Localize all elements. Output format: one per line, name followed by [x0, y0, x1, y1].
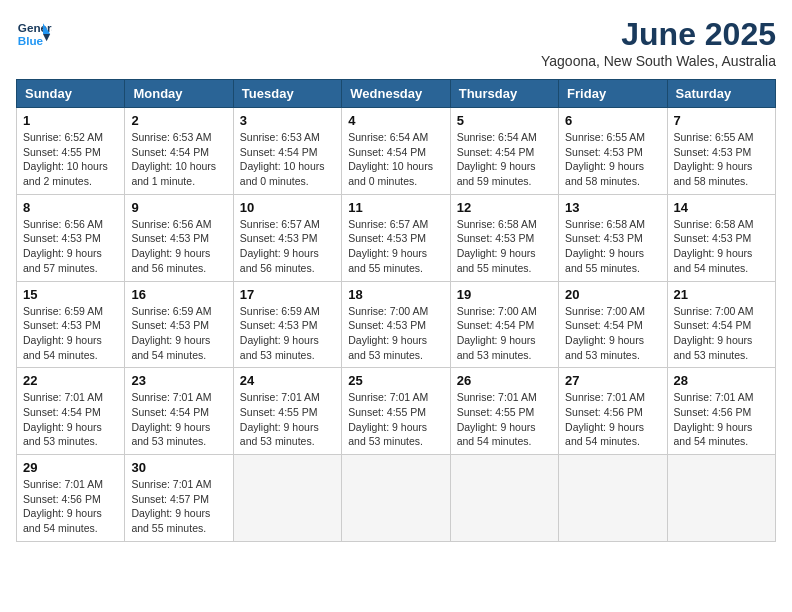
day-number: 25	[348, 373, 443, 388]
calendar-cell: 28Sunrise: 7:01 AM Sunset: 4:56 PM Dayli…	[667, 368, 775, 455]
day-number: 26	[457, 373, 552, 388]
day-number: 9	[131, 200, 226, 215]
calendar-cell: 11Sunrise: 6:57 AM Sunset: 4:53 PM Dayli…	[342, 194, 450, 281]
day-number: 12	[457, 200, 552, 215]
day-number: 6	[565, 113, 660, 128]
day-info: Sunrise: 6:55 AM Sunset: 4:53 PM Dayligh…	[565, 130, 660, 189]
day-number: 4	[348, 113, 443, 128]
day-number: 22	[23, 373, 118, 388]
day-info: Sunrise: 7:01 AM Sunset: 4:55 PM Dayligh…	[240, 390, 335, 449]
day-info: Sunrise: 6:54 AM Sunset: 4:54 PM Dayligh…	[457, 130, 552, 189]
header: General Blue June 2025 Yagoona, New Sout…	[16, 16, 776, 69]
day-info: Sunrise: 6:52 AM Sunset: 4:55 PM Dayligh…	[23, 130, 118, 189]
day-info: Sunrise: 7:01 AM Sunset: 4:56 PM Dayligh…	[674, 390, 769, 449]
title-area: June 2025 Yagoona, New South Wales, Aust…	[541, 16, 776, 69]
day-info: Sunrise: 6:56 AM Sunset: 4:53 PM Dayligh…	[23, 217, 118, 276]
calendar-cell: 17Sunrise: 6:59 AM Sunset: 4:53 PM Dayli…	[233, 281, 341, 368]
calendar-cell: 27Sunrise: 7:01 AM Sunset: 4:56 PM Dayli…	[559, 368, 667, 455]
calendar-cell	[342, 455, 450, 542]
day-number: 18	[348, 287, 443, 302]
svg-text:Blue: Blue	[18, 34, 44, 47]
calendar-cell: 10Sunrise: 6:57 AM Sunset: 4:53 PM Dayli…	[233, 194, 341, 281]
day-number: 17	[240, 287, 335, 302]
day-number: 19	[457, 287, 552, 302]
calendar-cell: 12Sunrise: 6:58 AM Sunset: 4:53 PM Dayli…	[450, 194, 558, 281]
day-info: Sunrise: 7:01 AM Sunset: 4:55 PM Dayligh…	[348, 390, 443, 449]
day-info: Sunrise: 7:01 AM Sunset: 4:57 PM Dayligh…	[131, 477, 226, 536]
day-number: 23	[131, 373, 226, 388]
calendar-week-row: 1Sunrise: 6:52 AM Sunset: 4:55 PM Daylig…	[17, 108, 776, 195]
subtitle: Yagoona, New South Wales, Australia	[541, 53, 776, 69]
day-info: Sunrise: 7:00 AM Sunset: 4:53 PM Dayligh…	[348, 304, 443, 363]
calendar-cell: 29Sunrise: 7:01 AM Sunset: 4:56 PM Dayli…	[17, 455, 125, 542]
logo-icon: General Blue	[16, 16, 52, 52]
calendar-week-row: 22Sunrise: 7:01 AM Sunset: 4:54 PM Dayli…	[17, 368, 776, 455]
day-number: 21	[674, 287, 769, 302]
day-info: Sunrise: 6:53 AM Sunset: 4:54 PM Dayligh…	[131, 130, 226, 189]
calendar-cell: 3Sunrise: 6:53 AM Sunset: 4:54 PM Daylig…	[233, 108, 341, 195]
day-number: 10	[240, 200, 335, 215]
calendar-cell: 22Sunrise: 7:01 AM Sunset: 4:54 PM Dayli…	[17, 368, 125, 455]
day-number: 29	[23, 460, 118, 475]
day-number: 20	[565, 287, 660, 302]
calendar-header-row: SundayMondayTuesdayWednesdayThursdayFrid…	[17, 80, 776, 108]
col-header-monday: Monday	[125, 80, 233, 108]
calendar-cell: 23Sunrise: 7:01 AM Sunset: 4:54 PM Dayli…	[125, 368, 233, 455]
calendar-cell: 5Sunrise: 6:54 AM Sunset: 4:54 PM Daylig…	[450, 108, 558, 195]
day-info: Sunrise: 7:01 AM Sunset: 4:56 PM Dayligh…	[23, 477, 118, 536]
day-info: Sunrise: 7:00 AM Sunset: 4:54 PM Dayligh…	[674, 304, 769, 363]
calendar-cell: 14Sunrise: 6:58 AM Sunset: 4:53 PM Dayli…	[667, 194, 775, 281]
main-title: June 2025	[541, 16, 776, 53]
calendar-cell: 21Sunrise: 7:00 AM Sunset: 4:54 PM Dayli…	[667, 281, 775, 368]
day-number: 7	[674, 113, 769, 128]
day-number: 1	[23, 113, 118, 128]
calendar-cell: 2Sunrise: 6:53 AM Sunset: 4:54 PM Daylig…	[125, 108, 233, 195]
calendar-cell: 26Sunrise: 7:01 AM Sunset: 4:55 PM Dayli…	[450, 368, 558, 455]
day-number: 30	[131, 460, 226, 475]
day-info: Sunrise: 7:01 AM Sunset: 4:56 PM Dayligh…	[565, 390, 660, 449]
calendar-week-row: 8Sunrise: 6:56 AM Sunset: 4:53 PM Daylig…	[17, 194, 776, 281]
calendar-cell	[559, 455, 667, 542]
col-header-tuesday: Tuesday	[233, 80, 341, 108]
calendar-week-row: 29Sunrise: 7:01 AM Sunset: 4:56 PM Dayli…	[17, 455, 776, 542]
logo: General Blue	[16, 16, 52, 52]
calendar-cell: 6Sunrise: 6:55 AM Sunset: 4:53 PM Daylig…	[559, 108, 667, 195]
calendar-cell: 4Sunrise: 6:54 AM Sunset: 4:54 PM Daylig…	[342, 108, 450, 195]
calendar-cell	[667, 455, 775, 542]
day-info: Sunrise: 6:57 AM Sunset: 4:53 PM Dayligh…	[348, 217, 443, 276]
col-header-wednesday: Wednesday	[342, 80, 450, 108]
svg-marker-3	[43, 34, 50, 41]
calendar-cell: 1Sunrise: 6:52 AM Sunset: 4:55 PM Daylig…	[17, 108, 125, 195]
day-info: Sunrise: 6:58 AM Sunset: 4:53 PM Dayligh…	[457, 217, 552, 276]
day-info: Sunrise: 7:01 AM Sunset: 4:54 PM Dayligh…	[23, 390, 118, 449]
calendar-cell: 18Sunrise: 7:00 AM Sunset: 4:53 PM Dayli…	[342, 281, 450, 368]
calendar-cell: 19Sunrise: 7:00 AM Sunset: 4:54 PM Dayli…	[450, 281, 558, 368]
day-info: Sunrise: 6:59 AM Sunset: 4:53 PM Dayligh…	[23, 304, 118, 363]
calendar-table: SundayMondayTuesdayWednesdayThursdayFrid…	[16, 79, 776, 542]
day-info: Sunrise: 6:54 AM Sunset: 4:54 PM Dayligh…	[348, 130, 443, 189]
day-info: Sunrise: 6:58 AM Sunset: 4:53 PM Dayligh…	[565, 217, 660, 276]
calendar-cell: 13Sunrise: 6:58 AM Sunset: 4:53 PM Dayli…	[559, 194, 667, 281]
col-header-sunday: Sunday	[17, 80, 125, 108]
day-info: Sunrise: 6:59 AM Sunset: 4:53 PM Dayligh…	[131, 304, 226, 363]
day-info: Sunrise: 7:01 AM Sunset: 4:54 PM Dayligh…	[131, 390, 226, 449]
day-number: 11	[348, 200, 443, 215]
calendar-cell: 15Sunrise: 6:59 AM Sunset: 4:53 PM Dayli…	[17, 281, 125, 368]
day-number: 27	[565, 373, 660, 388]
day-number: 15	[23, 287, 118, 302]
calendar-cell: 20Sunrise: 7:00 AM Sunset: 4:54 PM Dayli…	[559, 281, 667, 368]
day-info: Sunrise: 6:58 AM Sunset: 4:53 PM Dayligh…	[674, 217, 769, 276]
col-header-saturday: Saturday	[667, 80, 775, 108]
day-number: 8	[23, 200, 118, 215]
calendar-cell: 24Sunrise: 7:01 AM Sunset: 4:55 PM Dayli…	[233, 368, 341, 455]
day-number: 14	[674, 200, 769, 215]
col-header-thursday: Thursday	[450, 80, 558, 108]
day-number: 3	[240, 113, 335, 128]
calendar-cell: 9Sunrise: 6:56 AM Sunset: 4:53 PM Daylig…	[125, 194, 233, 281]
day-info: Sunrise: 6:53 AM Sunset: 4:54 PM Dayligh…	[240, 130, 335, 189]
calendar-cell: 8Sunrise: 6:56 AM Sunset: 4:53 PM Daylig…	[17, 194, 125, 281]
day-info: Sunrise: 6:59 AM Sunset: 4:53 PM Dayligh…	[240, 304, 335, 363]
day-number: 13	[565, 200, 660, 215]
day-number: 2	[131, 113, 226, 128]
day-number: 24	[240, 373, 335, 388]
